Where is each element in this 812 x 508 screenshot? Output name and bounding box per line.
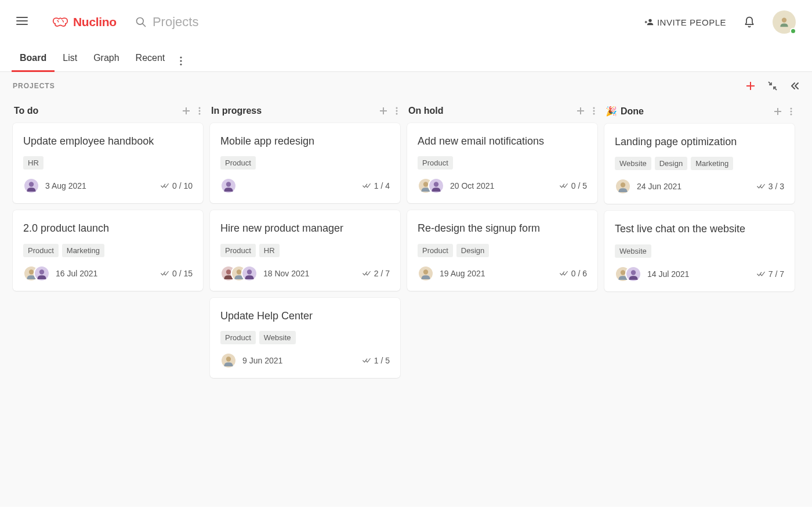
- card-progress: 0 / 5: [560, 181, 587, 190]
- card-footer-left: 16 Jul 2021: [23, 265, 97, 282]
- card-tags: Product: [220, 156, 390, 170]
- card-avatars: [418, 265, 434, 282]
- tag: HR: [259, 244, 280, 257]
- svg-point-34: [593, 110, 595, 112]
- card-footer: 19 Aug 2021 0 / 6: [418, 265, 587, 282]
- logo[interactable]: Nuclino: [52, 15, 117, 29]
- card-footer-left: [220, 178, 237, 194]
- card-avatars: [220, 352, 237, 369]
- card-progress: 0 / 6: [560, 269, 587, 278]
- card-title: 2.0 product launch: [23, 222, 193, 235]
- card-date: 3 Aug 2021: [45, 181, 86, 190]
- card[interactable]: Hire new product manager ProductHR 18 No…: [210, 210, 400, 290]
- card-avatars: [418, 178, 444, 194]
- checklist-icon: [362, 183, 371, 189]
- card-tags: Product: [418, 156, 587, 170]
- svg-point-20: [39, 269, 44, 274]
- card-tags: ProductDesign: [418, 244, 587, 257]
- svg-point-45: [621, 270, 625, 275]
- column-header: To do: [13, 101, 203, 123]
- sidebar-toggle-button[interactable]: [790, 81, 799, 91]
- tab-label: Board: [20, 53, 46, 63]
- column-more-button[interactable]: [396, 107, 398, 115]
- card-title: Update Help Center: [220, 309, 390, 323]
- card-avatars: [220, 178, 237, 194]
- card-title: Hire new product manager: [220, 222, 390, 235]
- avatar: [220, 352, 237, 369]
- card[interactable]: 2.0 product launch ProductMarketing 16 J…: [13, 210, 203, 290]
- card[interactable]: Landing page optimization WebsiteDesignM…: [604, 124, 795, 204]
- svg-point-17: [199, 113, 201, 115]
- card-tags: ProductWebsite: [220, 331, 390, 344]
- svg-point-27: [226, 269, 231, 274]
- card[interactable]: Re-design the signup form ProductDesign …: [407, 210, 597, 290]
- collapse-icon: [768, 81, 777, 91]
- column-add-button[interactable]: [774, 107, 782, 116]
- card-avatars: [23, 178, 39, 194]
- tabs-more-button[interactable]: [173, 51, 189, 71]
- column-title: In progress: [211, 106, 262, 116]
- card-date: 9 Jun 2021: [242, 356, 282, 365]
- tab-list[interactable]: List: [55, 46, 85, 72]
- tag: Product: [220, 331, 256, 344]
- notifications-button[interactable]: [744, 16, 755, 28]
- card[interactable]: Mobile app redesign Product 1 / 4: [210, 123, 400, 203]
- hamburger-menu-icon[interactable]: [16, 15, 29, 27]
- card-tags: ProductHR: [220, 244, 390, 257]
- card[interactable]: Test live chat on the website Website 14…: [604, 211, 795, 291]
- more-vertical-icon: [593, 107, 595, 115]
- collapse-button[interactable]: [768, 81, 777, 91]
- avatar: [23, 178, 39, 194]
- card-tags: WebsiteDesignMarketing: [615, 157, 784, 170]
- card[interactable]: Add new email notifications Product 20 O…: [407, 123, 597, 203]
- board-header: PROJECTS: [0, 72, 812, 98]
- svg-point-24: [396, 110, 398, 112]
- add-item-button[interactable]: [746, 81, 755, 91]
- card-title: Mobile app redesign: [220, 135, 390, 148]
- invite-people-button[interactable]: INVITE PEOPLE: [644, 17, 726, 27]
- column-more-button[interactable]: [593, 107, 595, 115]
- svg-point-33: [593, 107, 595, 109]
- tab-graph[interactable]: Graph: [85, 46, 127, 72]
- svg-point-6: [180, 56, 182, 58]
- card-footer: 3 Aug 2021 0 / 10: [23, 178, 193, 194]
- card[interactable]: Update employee handbook HR 3 Aug 2021 0…: [13, 123, 203, 203]
- tag: Marketing: [62, 244, 104, 257]
- column-more-button[interactable]: [790, 107, 792, 116]
- svg-point-30: [226, 357, 231, 362]
- svg-point-15: [199, 107, 201, 109]
- checklist-icon: [757, 271, 765, 277]
- column-title: Done: [621, 106, 644, 117]
- column-emoji: 🎉: [606, 106, 617, 117]
- tab-board[interactable]: Board: [12, 46, 55, 72]
- progress-text: 3 / 3: [768, 182, 784, 191]
- search[interactable]: Projects: [135, 15, 644, 30]
- search-icon: [135, 16, 147, 28]
- card-progress: 0 / 10: [161, 181, 193, 190]
- column-title-wrap: On hold: [408, 106, 443, 116]
- board: To do Update employee handbook HR 3 Aug …: [0, 98, 812, 507]
- online-status-dot: [790, 28, 796, 34]
- tab-label: List: [63, 53, 77, 63]
- column-inprogress: In progress Mobile app redesign Product …: [210, 101, 400, 495]
- avatar: [34, 265, 50, 282]
- column-title-wrap: In progress: [211, 106, 262, 116]
- column-add-button[interactable]: [379, 107, 387, 115]
- card-date: 14 Jul 2021: [647, 269, 689, 279]
- tab-recent[interactable]: Recent: [128, 46, 173, 72]
- column-add-button[interactable]: [182, 107, 190, 115]
- logo-text: Nuclino: [73, 15, 117, 29]
- svg-point-29: [247, 269, 252, 274]
- svg-point-23: [396, 107, 398, 109]
- svg-point-18: [29, 182, 34, 187]
- user-avatar[interactable]: [773, 10, 796, 34]
- board-actions: [746, 81, 799, 91]
- column-add-button[interactable]: [577, 107, 585, 115]
- plus-icon: [182, 107, 190, 115]
- card-date: 19 Aug 2021: [440, 269, 485, 278]
- column-more-button[interactable]: [198, 107, 201, 115]
- brain-icon: [52, 16, 68, 28]
- card-footer: 1 / 4: [220, 178, 390, 194]
- card[interactable]: Update Help Center ProductWebsite 9 Jun …: [210, 298, 400, 378]
- card-date: 16 Jul 2021: [56, 269, 97, 278]
